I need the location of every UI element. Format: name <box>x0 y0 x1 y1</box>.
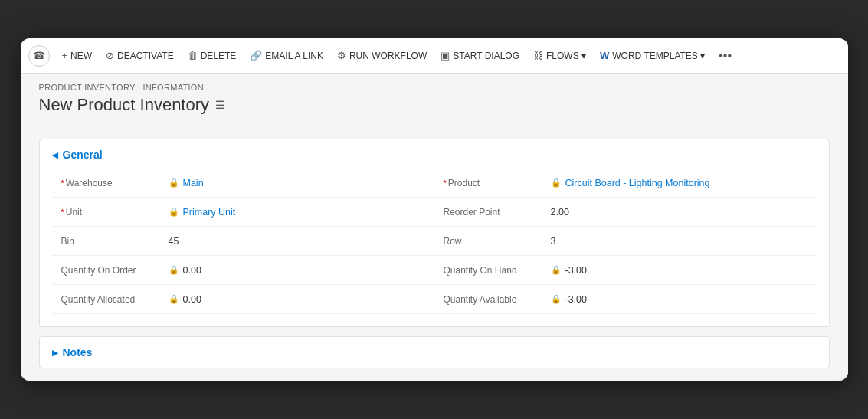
app-window: ☎ + NEW ⊘ DEACTIVATE 🗑 DELETE 🔗 EMAIL A … <box>21 38 848 381</box>
notes-section: ▶ Notes <box>39 336 830 368</box>
qty-on-hand-label: Quantity On Hand <box>444 265 551 276</box>
product-value[interactable]: 🔒 Circuit Board - Lighting Monitoring <box>551 178 807 188</box>
flows-icon: ⛓ <box>533 50 543 61</box>
field-reorder-point: Reorder Point 2.00 <box>434 198 817 227</box>
content-area: ◀ General * Warehouse 🔒 <box>21 126 848 381</box>
deactivate-button[interactable]: ⊘ DEACTIVATE <box>100 46 180 65</box>
run-workflow-button[interactable]: ⚙ RUN WORKFLOW <box>331 46 433 65</box>
field-qty-allocated: Quantity Allocated 🔒 0.00 <box>52 285 434 314</box>
notes-section-label: Notes <box>63 346 93 358</box>
flows-button[interactable]: ⛓ FLOWS ▾ <box>527 46 592 65</box>
word-templates-button[interactable]: W WORD TEMPLATES ▾ <box>594 46 711 65</box>
qty-available-lock-icon: 🔒 <box>551 294 562 304</box>
row-value: 3 <box>551 236 807 247</box>
page-title: New Product Inventory <box>39 95 210 115</box>
warehouse-lock-icon: 🔒 <box>169 178 179 188</box>
qty-allocated-lock-icon: 🔒 <box>169 294 179 304</box>
unit-label: * Unit <box>61 207 169 218</box>
qty-on-hand-lock-icon: 🔒 <box>551 265 562 275</box>
field-unit: * Unit 🔒 Primary Unit <box>52 198 434 227</box>
general-section-body: * Warehouse 🔒 Main * Unit <box>40 169 829 326</box>
warehouse-value[interactable]: 🔒 Main <box>169 178 425 188</box>
qty-allocated-value: 🔒 0.00 <box>169 294 425 305</box>
email-link-icon: 🔗 <box>250 50 262 61</box>
delete-icon: 🗑 <box>188 50 198 61</box>
toolbar: ☎ + NEW ⊘ DEACTIVATE 🗑 DELETE 🔗 EMAIL A … <box>21 38 848 74</box>
start-dialog-icon: ▣ <box>441 50 450 61</box>
page-title-menu-icon[interactable]: ☰ <box>215 99 225 111</box>
run-workflow-icon: ⚙ <box>337 50 346 61</box>
general-section-label: General <box>63 149 103 161</box>
bin-label: Bin <box>61 236 169 247</box>
field-product: * Product 🔒 Circuit Board - Lighting Mon… <box>434 169 817 198</box>
qty-on-order-label: Quantity On Order <box>61 265 169 276</box>
qty-allocated-label: Quantity Allocated <box>61 294 169 305</box>
phone-icon: ☎ <box>28 45 50 67</box>
email-link-button[interactable]: 🔗 EMAIL A LINK <box>244 46 329 65</box>
fields-right: * Product 🔒 Circuit Board - Lighting Mon… <box>434 169 817 314</box>
unit-lock-icon: 🔒 <box>169 207 179 217</box>
fields-left: * Warehouse 🔒 Main * Unit <box>52 169 434 314</box>
deactivate-icon: ⊘ <box>106 50 114 61</box>
product-lock-icon: 🔒 <box>551 178 562 188</box>
expand-icon: ▶ <box>52 349 58 357</box>
bin-value: 45 <box>169 236 425 247</box>
field-qty-on-order: Quantity On Order 🔒 0.00 <box>52 256 434 285</box>
new-button[interactable]: + NEW <box>56 46 99 65</box>
reorder-point-value: 2.00 <box>551 207 807 218</box>
qty-on-order-value: 🔒 0.00 <box>169 265 425 276</box>
more-options-button[interactable]: ••• <box>712 45 738 67</box>
word-templates-icon: W <box>600 50 609 61</box>
qty-on-hand-value: 🔒 -3.00 <box>551 265 807 276</box>
field-qty-on-hand: Quantity On Hand 🔒 -3.00 <box>434 256 817 285</box>
field-bin: Bin 45 <box>52 227 434 256</box>
product-label: * Product <box>444 178 551 188</box>
start-dialog-button[interactable]: ▣ START DIALOG <box>434 46 526 65</box>
field-warehouse: * Warehouse 🔒 Main <box>52 169 434 198</box>
qty-available-label: Quantity Available <box>444 294 551 305</box>
reorder-point-label: Reorder Point <box>444 207 551 218</box>
notes-section-header[interactable]: ▶ Notes <box>40 337 829 368</box>
page-title-row: New Product Inventory ☰ <box>39 95 830 115</box>
warehouse-label: * Warehouse <box>61 178 169 188</box>
collapse-icon: ◀ <box>52 151 58 159</box>
qty-available-value: 🔒 -3.00 <box>551 294 807 305</box>
unit-value[interactable]: 🔒 Primary Unit <box>169 207 425 218</box>
page-header: PRODUCT INVENTORY : INFORMATION New Prod… <box>21 74 848 126</box>
new-icon: + <box>62 50 68 61</box>
delete-button[interactable]: 🗑 DELETE <box>182 46 243 65</box>
field-row-field: Row 3 <box>434 227 817 256</box>
row-label: Row <box>444 236 551 247</box>
qty-on-order-lock-icon: 🔒 <box>169 265 179 275</box>
general-section-header[interactable]: ◀ General <box>40 139 829 169</box>
breadcrumb: PRODUCT INVENTORY : INFORMATION <box>39 83 830 92</box>
field-qty-available: Quantity Available 🔒 -3.00 <box>434 285 817 314</box>
fields-grid: * Warehouse 🔒 Main * Unit <box>52 169 817 314</box>
general-section: ◀ General * Warehouse 🔒 <box>39 139 830 327</box>
